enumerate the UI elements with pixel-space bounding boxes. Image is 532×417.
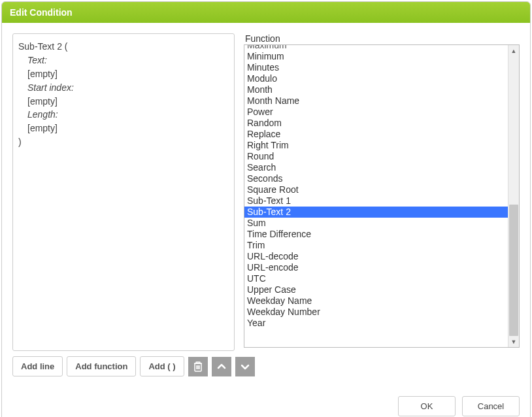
ok-button[interactable]: OK (398, 396, 456, 416)
dialog-title: Edit Condition (2, 2, 530, 23)
function-picker-panel: Function MaximumMinimumMinutesModuloMont… (244, 33, 520, 351)
param-value[interactable]: [empty] (27, 68, 229, 80)
expression-close-paren: ) (18, 136, 229, 148)
function-list-item[interactable]: Month (244, 84, 508, 95)
add-parens-button[interactable]: Add ( ) (140, 356, 184, 376)
expression-open-paren: ( (65, 41, 68, 52)
function-list-item[interactable]: Month Name (244, 95, 508, 107)
move-down-button[interactable] (235, 357, 255, 376)
edit-condition-dialog: Edit Condition Sub-Text 2 ( Text:[empty]… (1, 1, 531, 417)
dialog-footer: OK Cancel (2, 387, 530, 417)
scroll-track[interactable] (508, 56, 519, 336)
expression-func-name: Sub-Text 2 (18, 41, 62, 52)
param-label: Start index: (27, 82, 229, 94)
function-list-item[interactable]: Sub-Text 1 (244, 195, 508, 207)
function-list-item[interactable]: Weekday Name (244, 295, 508, 307)
function-listbox-wrap: MaximumMinimumMinutesModuloMonthMonth Na… (244, 44, 520, 348)
function-list-item[interactable]: Seconds (244, 173, 508, 184)
param-label: Text: (27, 54, 229, 67)
function-list-item[interactable]: Weekday Number (244, 307, 508, 318)
function-list-item[interactable]: Time Difference (244, 229, 508, 240)
move-up-button[interactable] (212, 357, 231, 376)
chevron-down-icon: ▼ (511, 339, 517, 345)
function-list-item[interactable]: UTC (244, 273, 508, 284)
trash-icon (193, 361, 203, 372)
scroll-thumb[interactable] (509, 205, 518, 336)
function-list-item[interactable]: Search (244, 162, 508, 173)
function-list-item[interactable]: Minimum (244, 51, 508, 62)
chevron-up-icon (216, 361, 227, 372)
function-list-item[interactable]: Sum (244, 218, 508, 229)
param-value[interactable]: [empty] (27, 122, 229, 135)
param-label: Length: (27, 108, 229, 121)
function-list-item[interactable]: URL-encode (244, 262, 508, 273)
chevron-down-icon (240, 361, 250, 372)
scroll-down-button[interactable]: ▼ (508, 336, 519, 347)
function-list-item[interactable]: Upper Case (244, 284, 508, 295)
toolbar: Add line Add function Add ( ) (12, 356, 520, 376)
cancel-button[interactable]: Cancel (462, 396, 520, 416)
add-line-button[interactable]: Add line (12, 356, 63, 376)
expression-func-open: Sub-Text 2 ( (18, 41, 229, 53)
function-list-item[interactable]: Right Trim (244, 140, 508, 151)
function-list-item[interactable]: Trim (244, 240, 508, 251)
function-list-item[interactable]: Square Root (244, 184, 508, 195)
function-list-item[interactable]: Modulo (244, 73, 508, 84)
function-list-item[interactable]: Year (244, 318, 508, 329)
function-listbox[interactable]: MaximumMinimumMinutesModuloMonthMonth Na… (244, 45, 508, 347)
delete-button[interactable] (188, 357, 208, 376)
function-list-item[interactable]: Maximum (244, 45, 508, 51)
dialog-body: Sub-Text 2 ( Text:[empty]Start index:[em… (2, 23, 530, 387)
function-list-item[interactable]: Power (244, 107, 508, 118)
param-value[interactable]: [empty] (27, 95, 229, 108)
scroll-up-button[interactable]: ▲ (508, 45, 519, 56)
chevron-up-icon: ▲ (511, 48, 517, 54)
function-list-item[interactable]: URL-decode (244, 251, 508, 262)
function-label: Function (244, 33, 520, 44)
add-function-button[interactable]: Add function (67, 356, 136, 376)
function-list-item[interactable]: Sub-Text 2 (244, 207, 508, 218)
function-list-item[interactable]: Random (244, 118, 508, 129)
scrollbar[interactable]: ▲ ▼ (508, 45, 519, 347)
function-list-item[interactable]: Minutes (244, 62, 508, 73)
expression-panel[interactable]: Sub-Text 2 ( Text:[empty]Start index:[em… (12, 33, 235, 351)
function-list-item[interactable]: Round (244, 151, 508, 162)
function-list-item[interactable]: Replace (244, 129, 508, 140)
